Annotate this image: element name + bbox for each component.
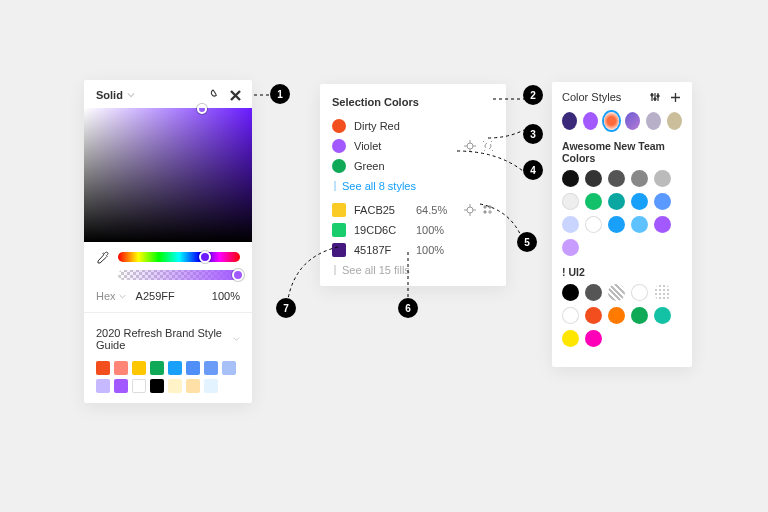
swatch[interactable]	[654, 170, 671, 187]
group-title: Awesome New Team Colors	[562, 140, 682, 164]
swatch[interactable]	[204, 361, 218, 375]
swatch[interactable]	[654, 307, 671, 324]
callout-1: 1	[270, 84, 290, 104]
hex-input[interactable]: A259FF	[136, 290, 202, 302]
swatch[interactable]	[654, 284, 671, 301]
style-library-dropdown[interactable]: 2020 Refresh Brand Style Guide	[96, 327, 229, 351]
opacity-value: 100%	[416, 244, 494, 256]
color-field-handle[interactable]	[197, 104, 207, 114]
swatch[interactable]	[631, 307, 648, 324]
blend-mode-icon[interactable]	[206, 88, 220, 102]
swatch[interactable]	[585, 307, 602, 324]
color-dot	[332, 159, 346, 173]
alpha-slider[interactable]	[118, 270, 240, 280]
swatch-grid	[84, 357, 252, 393]
hex-value: 45187F	[354, 244, 408, 256]
color-picker-panel: Solid Hex A259FF 100% 2020 Refresh Brand…	[84, 80, 252, 403]
swatch[interactable]	[204, 379, 218, 393]
swatch[interactable]	[562, 330, 579, 347]
swatch[interactable]	[562, 216, 579, 233]
swatch[interactable]	[186, 379, 200, 393]
callout-6: 6	[398, 298, 418, 318]
eyedropper-icon[interactable]	[96, 250, 110, 264]
swatch[interactable]	[608, 307, 625, 324]
color-field[interactable]	[84, 108, 252, 242]
style-thumb[interactable]	[583, 112, 598, 130]
swatch[interactable]	[585, 284, 602, 301]
callout-4: 4	[523, 160, 543, 180]
swatch[interactable]	[585, 216, 602, 233]
swatch[interactable]	[654, 193, 671, 210]
swatch[interactable]	[96, 379, 110, 393]
swatch[interactable]	[150, 361, 164, 375]
hex-value: FACB25	[354, 204, 408, 216]
swatch[interactable]	[608, 216, 625, 233]
color-styles-panel: Color Styles Awesome New Team Colors ! U…	[552, 82, 692, 367]
opacity-value: 64.5%	[416, 204, 456, 216]
swatch[interactable]	[562, 284, 579, 301]
swatch[interactable]	[631, 170, 648, 187]
swatch[interactable]	[132, 361, 146, 375]
chevron-down-icon	[127, 91, 135, 99]
close-icon[interactable]	[228, 88, 242, 102]
hue-slider[interactable]	[118, 252, 240, 262]
swatch[interactable]	[222, 361, 236, 375]
hue-slider-knob[interactable]	[199, 251, 211, 263]
color-name: Violet	[354, 140, 456, 152]
fill-row[interactable]: 19CD6C100%	[332, 220, 494, 240]
style-thumb[interactable]	[562, 112, 577, 130]
callout-7: 7	[276, 298, 296, 318]
swatch[interactable]	[608, 193, 625, 210]
chevron-down-icon	[119, 293, 126, 300]
fill-row[interactable]: 45187F100%	[332, 240, 494, 260]
color-chip	[332, 223, 346, 237]
swatch[interactable]	[168, 379, 182, 393]
swatch[interactable]	[150, 379, 164, 393]
color-chip	[332, 203, 346, 217]
swatch[interactable]	[631, 193, 648, 210]
style-thumb[interactable]	[667, 112, 682, 130]
fill-row[interactable]: FACB2564.5%	[332, 200, 494, 220]
fill-mode-label[interactable]: Solid	[96, 89, 123, 101]
swatch[interactable]	[132, 379, 146, 393]
panel-title: Color Styles	[562, 91, 648, 103]
callout-3: 3	[523, 124, 543, 144]
swatch[interactable]	[96, 361, 110, 375]
style-thumb[interactable]	[625, 112, 640, 130]
alpha-slider-knob[interactable]	[232, 269, 244, 281]
selection-colors-panel: Selection Colors Dirty RedVioletGreen Se…	[320, 84, 506, 286]
color-mode-dropdown[interactable]: Hex	[96, 290, 126, 302]
swatch[interactable]	[562, 193, 579, 210]
swatch[interactable]	[654, 216, 671, 233]
callout-2: 2	[523, 85, 543, 105]
swatch[interactable]	[631, 216, 648, 233]
style-thumb[interactable]	[646, 112, 661, 130]
panel-title: Selection Colors	[332, 96, 494, 108]
svg-point-6	[654, 98, 656, 100]
target-icon[interactable]	[464, 204, 476, 216]
swatch[interactable]	[562, 239, 579, 256]
swatch[interactable]	[114, 361, 128, 375]
swatch[interactable]	[585, 193, 602, 210]
swatch[interactable]	[585, 330, 602, 347]
swatch[interactable]	[186, 361, 200, 375]
group-title: ! UI2	[562, 266, 682, 278]
see-all-fills-link[interactable]: See all 15 fills	[332, 260, 494, 276]
settings-icon[interactable]	[648, 90, 662, 104]
hex-value: 19CD6C	[354, 224, 408, 236]
selection-color-row[interactable]: Dirty Red	[332, 116, 494, 136]
see-all-styles-link[interactable]: See all 8 styles	[332, 176, 494, 200]
swatch[interactable]	[631, 284, 648, 301]
swatch[interactable]	[562, 307, 579, 324]
add-style-icon[interactable]	[668, 90, 682, 104]
swatch[interactable]	[608, 284, 625, 301]
opacity-input[interactable]: 100%	[212, 290, 240, 302]
swatch[interactable]	[114, 379, 128, 393]
style-thumb[interactable]	[604, 112, 619, 130]
svg-point-5	[651, 94, 653, 96]
swatch[interactable]	[608, 170, 625, 187]
swatch[interactable]	[562, 170, 579, 187]
swatch[interactable]	[585, 170, 602, 187]
swatch-grid	[562, 284, 682, 347]
swatch[interactable]	[168, 361, 182, 375]
